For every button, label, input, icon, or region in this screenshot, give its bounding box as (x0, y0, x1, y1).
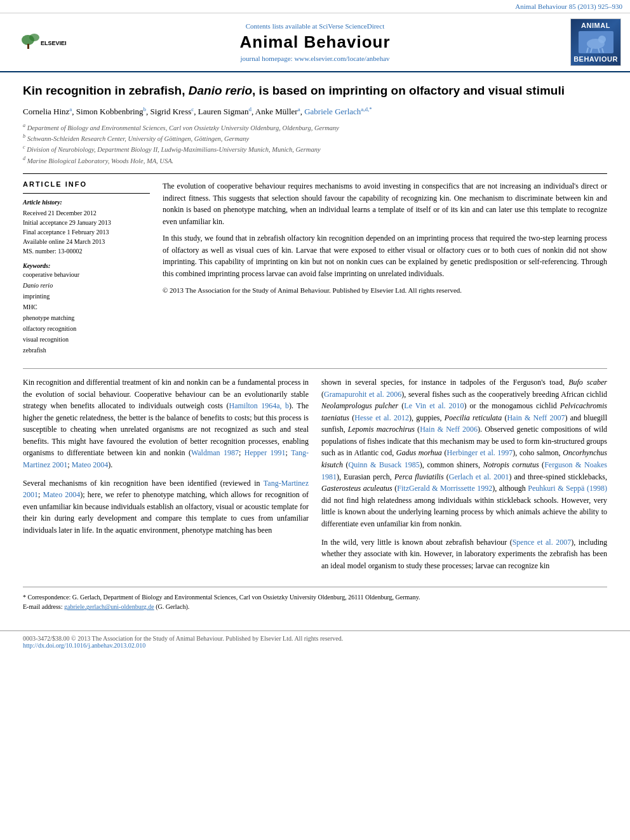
history-received: Received 21 December 2012 (23, 208, 150, 218)
article-history-title: Article history: (23, 199, 150, 206)
section-divider (23, 173, 607, 174)
body-right-p2: In the wild, very little is known about … (321, 537, 607, 572)
author-kobbenbring: Simon Kobbenbring (76, 107, 144, 116)
ref-quinn[interactable]: Quinn & Busack 1985 (349, 460, 420, 469)
affiliation-c: c Division of Neurobiology, Department B… (23, 143, 607, 154)
history-ms: MS. number: 13-00002 (23, 246, 150, 256)
svg-line-10 (602, 48, 603, 53)
ref-peuhkuri[interactable]: Peuhkuri & Seppä (1998) (528, 484, 607, 493)
logo-animal-image (579, 31, 613, 53)
body-left-column: Kin recognition and differential treatme… (23, 377, 309, 578)
article-info-column: ARTICLE INFO Article history: Received 2… (23, 180, 150, 356)
svg-text:ELSEVIER: ELSEVIER (41, 40, 66, 46)
keyword-8: zebrafish (23, 345, 150, 356)
keyword-4: MHC (23, 302, 150, 312)
abstract-copyright: © 2013 The Association for the Study of … (163, 285, 607, 296)
issn-line: 0003-3472/$38.00 © 2013 The Association … (23, 635, 607, 642)
keyword-6: olfactory recognition (23, 323, 150, 334)
journal-homepage: journal homepage: www.elsevier.com/locat… (72, 55, 558, 62)
body-right-column: shown in several species, for instance i… (321, 377, 607, 578)
author-sigman: Lauren Sigman (198, 107, 249, 116)
ref-levin[interactable]: Le Vin et al. 2010 (404, 401, 464, 410)
abstract-paragraph-2: In this study, we found that in zebrafis… (163, 232, 607, 279)
doi-link[interactable]: http://dx.doi.org/10.1016/j.anbehav.2013… (23, 642, 145, 649)
history-online: Available online 24 March 2013 (23, 237, 150, 246)
ref-mateo2[interactable]: Mateo 2004 (43, 490, 81, 499)
author-kress: Sigrid Kress (151, 107, 192, 116)
body-divider (23, 368, 607, 369)
body-section: Kin recognition and differential treatme… (23, 368, 607, 612)
body-left-p1: Kin recognition and differential treatme… (23, 377, 309, 471)
abstract-paragraph-1: The evolution of cooperative behaviour r… (163, 180, 607, 227)
ref-herbinger[interactable]: Herbinger et al. 1997 (447, 448, 513, 457)
journal-homepage-link[interactable]: www.elsevier.com/locate/anbehav (294, 55, 389, 62)
affiliation-d: d Marine Biological Laboratory, Woods Ho… (23, 155, 607, 166)
journal-logo-section: ANIMAL BEHAVIOUR (558, 18, 621, 66)
journal-header-center: Contents lists available at SciVerse Sci… (72, 22, 558, 62)
affiliation-a: a Department of Biology and Environmenta… (23, 122, 607, 133)
svg-rect-3 (27, 44, 29, 49)
ref-fitzgerald[interactable]: FitzGerald & Morrissette 1992 (397, 484, 492, 493)
ref-hain2006[interactable]: Hain & Neff 2006 (420, 425, 478, 434)
animal-behaviour-logo: ANIMAL BEHAVIOUR (570, 18, 621, 66)
body-left-p2: Several mechanisms of kin recognition ha… (23, 477, 309, 537)
svg-point-2 (29, 34, 39, 41)
keywords-section: Keywords: cooperative behaviour Danio re… (23, 262, 150, 356)
svg-point-6 (598, 36, 606, 43)
article-title: Kin recognition in zebrafish, Danio reri… (23, 83, 607, 100)
journal-title: Animal Behaviour (72, 32, 558, 52)
author-hinz: Cornelia Hinz (23, 107, 69, 116)
footnote-correspondence: * Correspondence: G. Gerlach, Department… (23, 592, 607, 602)
bottom-bar: 0003-3472/$38.00 © 2013 The Association … (0, 630, 630, 653)
keyword-5: phenotype matching (23, 312, 150, 323)
article-info-heading: ARTICLE INFO (23, 180, 150, 188)
svg-line-7 (587, 48, 588, 53)
body-right-p1: shown in several species, for instance i… (321, 377, 607, 530)
main-content: Kin recognition in zebrafish, Danio reri… (0, 72, 630, 624)
author-muller: Anke Müller (255, 107, 298, 116)
sciverse-link-text[interactable]: SciVerse ScienceDirect (319, 22, 384, 30)
affiliation-b: b Schwann-Schleiden Research Center, Uni… (23, 133, 607, 143)
ref-hain2007[interactable]: Hain & Neff 2007 (507, 413, 565, 422)
abstract-column: The evolution of cooperative behaviour r… (163, 180, 607, 356)
ref-hepper[interactable]: Hepper 1991 (245, 448, 286, 457)
ref-gerlach2001[interactable]: Gerlach et al. 2001 (449, 472, 509, 481)
journal-header: ELSEVIER Contents lists available at Sci… (0, 13, 630, 72)
article-info-divider (23, 193, 150, 194)
article-info-abstract-section: ARTICLE INFO Article history: Received 2… (23, 180, 607, 356)
authors-line: Cornelia Hinza, Simon Kobbenbringb, Sigr… (23, 106, 607, 117)
ref-spence[interactable]: Spence et al. 2007 (513, 538, 572, 547)
keyword-3: imprinting (23, 291, 150, 302)
ref-waldman[interactable]: Waldman 1987 (191, 448, 239, 457)
keyword-1: cooperative behaviour (23, 269, 150, 280)
keywords-list: cooperative behaviour Danio rerio imprin… (23, 269, 150, 356)
ref-hamilton[interactable]: Hamilton 1964a, b (229, 401, 289, 410)
keyword-7: visual recognition (23, 334, 150, 345)
elsevier-logo: ELSEVIER (15, 31, 66, 53)
affiliations: a Department of Biology and Environmenta… (23, 122, 607, 166)
ref-gramapurohit[interactable]: Gramapurohit et al. 2006 (324, 390, 401, 399)
keyword-2: Danio rerio (23, 280, 150, 291)
doi-line: http://dx.doi.org/10.1016/j.anbehav.2013… (23, 642, 607, 649)
svg-line-9 (598, 48, 600, 53)
ref-hesse[interactable]: Hesse et al. 2012 (354, 413, 409, 422)
footnote-email-line: E-mail address: gabriele.gerlach@uni-old… (23, 602, 607, 611)
footnote-section: * Correspondence: G. Gerlach, Department… (23, 587, 607, 611)
ref-mateo[interactable]: Mateo 2004 (72, 460, 109, 469)
history-final: Final acceptance 1 February 2013 (23, 227, 150, 237)
svg-line-8 (591, 48, 592, 53)
footnote-email-link[interactable]: gabriele.gerlach@uni-oldenburg.de (64, 603, 154, 610)
top-bar: Animal Behaviour 85 (2013) 925–930 (0, 0, 630, 13)
elsevier-logo-section: ELSEVIER (9, 31, 72, 53)
body-two-col: Kin recognition and differential treatme… (23, 377, 607, 578)
journal-reference: Animal Behaviour 85 (2013) 925–930 (515, 3, 622, 10)
author-gerlach[interactable]: Gabriele Gerlach (304, 107, 361, 116)
abstract-text: The evolution of cooperative behaviour r… (163, 180, 607, 296)
sciverse-link: Contents lists available at SciVerse Sci… (72, 22, 558, 30)
history-initial: Initial acceptance 29 January 2013 (23, 218, 150, 227)
keywords-title: Keywords: (23, 262, 150, 269)
